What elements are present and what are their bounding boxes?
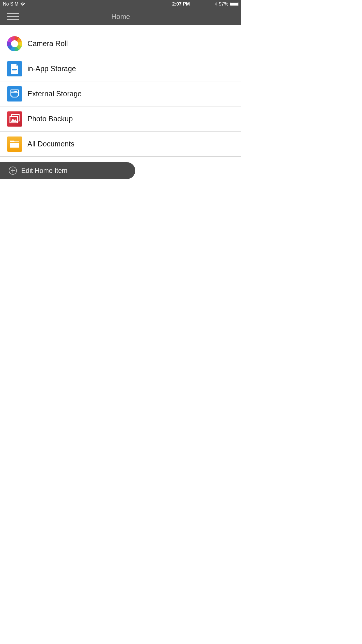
page-title: Home: [111, 13, 130, 21]
edit-home-label: Edit Home Item: [21, 167, 68, 175]
status-right: 97%: [215, 1, 238, 7]
nav-bar: Home: [0, 8, 241, 25]
list-item-in-app-storage[interactable]: in-App Storage: [0, 56, 241, 81]
svg-rect-11: [10, 143, 19, 148]
color-wheel-icon: [7, 36, 22, 51]
battery-icon: [230, 2, 238, 6]
sd-card-icon: [7, 86, 22, 102]
plus-circle-icon: [9, 167, 17, 175]
menu-icon[interactable]: [7, 13, 19, 20]
folder-icon: [7, 136, 22, 152]
bluetooth-icon: [215, 2, 217, 6]
carrier-label: No SIM: [3, 1, 18, 7]
wifi-icon: [20, 2, 25, 6]
list-item-photo-backup[interactable]: Photo Backup: [0, 106, 241, 132]
home-list: Camera Roll in-App Storage Exte: [0, 25, 241, 157]
list-item-all-documents[interactable]: All Documents: [0, 132, 241, 157]
svg-rect-1: [12, 71, 16, 71]
document-icon: [7, 61, 22, 76]
battery-percent: 97%: [219, 1, 228, 7]
list-item-label: in-App Storage: [27, 64, 76, 73]
list-item-label: All Documents: [27, 140, 74, 148]
list-item-external-storage[interactable]: External Storage: [0, 81, 241, 106]
list-item-label: Photo Backup: [27, 115, 73, 123]
edit-home-button[interactable]: Edit Home Item: [0, 162, 135, 179]
list-item-label: External Storage: [27, 90, 82, 98]
status-left: No SIM: [3, 1, 25, 7]
svg-rect-0: [12, 69, 17, 70]
list-item-label: Camera Roll: [27, 39, 68, 48]
photo-backup-icon: [7, 111, 22, 127]
status-bar: No SIM 2:07 PM 97%: [0, 0, 241, 8]
list-item-camera-roll[interactable]: Camera Roll: [0, 25, 241, 56]
status-time: 2:07 PM: [172, 1, 190, 7]
